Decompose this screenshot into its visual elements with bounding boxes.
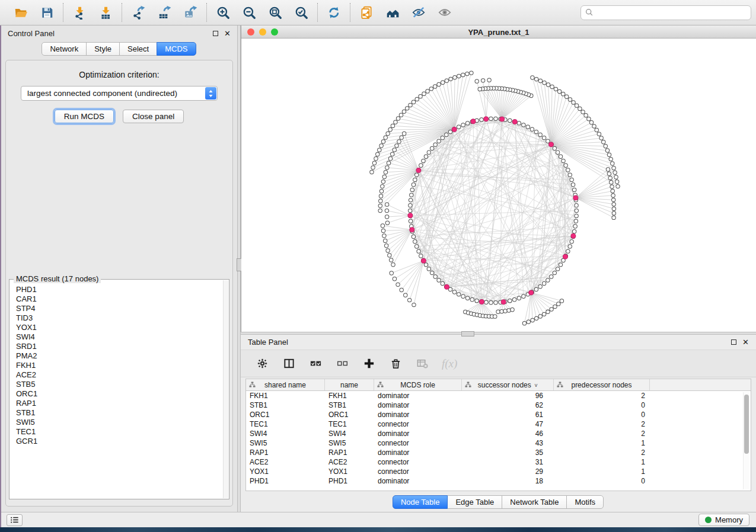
- column-header-shared-name[interactable]: shared name: [246, 379, 325, 390]
- table-scrollbar[interactable]: [743, 392, 749, 489]
- share-document-button[interactable]: [359, 5, 374, 20]
- result-node[interactable]: TID3: [16, 313, 222, 323]
- memory-button[interactable]: Memory: [698, 514, 749, 526]
- tab-edge-table[interactable]: Edge Table: [447, 495, 502, 509]
- zoom-out-button[interactable]: [241, 5, 257, 20]
- save-session-button[interactable]: [39, 5, 55, 20]
- result-node[interactable]: PMA2: [16, 351, 222, 361]
- dropdown-stepper-icon: [205, 87, 216, 100]
- close-panel-button[interactable]: Close panel: [123, 110, 184, 123]
- function-builder-button: f(x): [442, 357, 457, 371]
- table-row[interactable]: PHD1PHD1dominator180: [246, 476, 751, 486]
- home-icon: [385, 5, 400, 20]
- table-row[interactable]: ACE2ACE2connector311: [246, 457, 751, 467]
- tab-motifs[interactable]: Motifs: [566, 495, 604, 509]
- tab-mcds[interactable]: MCDS: [157, 42, 196, 56]
- table-row[interactable]: SWI4SWI4dominator462: [246, 429, 751, 438]
- table-cell: 2: [554, 448, 650, 457]
- import-network-button[interactable]: [72, 5, 87, 20]
- task-history-button[interactable]: [7, 514, 23, 526]
- show-columns-button[interactable]: [282, 357, 296, 371]
- control-panel: Control Panel ✕ NetworkStyleSelectMCDS O…: [1, 25, 237, 512]
- float-panel-icon[interactable]: [213, 31, 218, 36]
- table-cell: 1: [554, 439, 650, 447]
- table-row[interactable]: ORC1ORC1dominator610: [246, 410, 751, 419]
- table-cell: PHD1: [246, 477, 325, 485]
- result-node[interactable]: SWI5: [16, 418, 222, 427]
- horizontal-splitter[interactable]: [241, 332, 756, 335]
- table-row[interactable]: YOX1YOX1connector291: [246, 467, 751, 476]
- deselect-all-rows-button[interactable]: [335, 357, 349, 371]
- zoom-fit-button[interactable]: [267, 5, 283, 20]
- network-canvas[interactable]: [241, 39, 756, 332]
- scrollbar-thumb[interactable]: [744, 395, 749, 454]
- column-header-predecessor-nodes[interactable]: predecessor nodes: [554, 379, 650, 390]
- export-image-button[interactable]: [183, 5, 198, 20]
- table-row[interactable]: RAP1RAP1dominator352: [246, 448, 751, 457]
- result-node[interactable]: FKH1: [16, 361, 222, 370]
- result-node[interactable]: SRD1: [16, 342, 222, 351]
- show-graphics-details-button[interactable]: [437, 5, 452, 20]
- result-node[interactable]: STB5: [16, 380, 222, 389]
- refresh-network-button[interactable]: [326, 5, 342, 20]
- open-file-button[interactable]: [13, 5, 28, 20]
- export-network-icon: [131, 5, 145, 20]
- result-node[interactable]: TEC1: [16, 427, 222, 437]
- export-table-button[interactable]: [157, 5, 172, 20]
- sort-desc-icon: v: [535, 382, 538, 388]
- result-node[interactable]: YOX1: [16, 323, 222, 332]
- table-cell: 46: [462, 430, 554, 438]
- column-header-name[interactable]: name: [325, 379, 374, 390]
- table-tabs: Node TableEdge TableNetwork TableMotifs: [241, 492, 756, 512]
- network-graph[interactable]: [241, 39, 756, 332]
- network-window-titlebar: YPA_prune.txt_1: [241, 25, 756, 39]
- result-node[interactable]: STB1: [16, 408, 222, 418]
- table-settings-icon: [256, 357, 269, 370]
- result-node[interactable]: RAP1: [16, 399, 222, 408]
- add-column-icon: [363, 357, 375, 370]
- tab-network[interactable]: Network: [42, 42, 87, 56]
- table-cell: dominator: [374, 477, 462, 485]
- table-row[interactable]: SWI5SWI5connector431: [246, 438, 751, 448]
- table-cell: ACE2: [325, 458, 374, 466]
- control-panel-tabs: NetworkStyleSelectMCDS: [1, 42, 237, 56]
- export-network-button[interactable]: [130, 5, 146, 20]
- tab-style[interactable]: Style: [86, 42, 120, 56]
- search-box[interactable]: [580, 5, 751, 20]
- zoom-in-button[interactable]: [215, 5, 231, 20]
- hide-graphics-details-button[interactable]: [411, 5, 426, 20]
- splitter-grip[interactable]: [461, 331, 474, 336]
- table-row[interactable]: TEC1TEC1connector472: [246, 419, 751, 429]
- import-table-button[interactable]: [98, 5, 113, 20]
- close-panel-icon[interactable]: ✕: [742, 338, 749, 346]
- tab-node-table[interactable]: Node Table: [393, 495, 448, 509]
- run-mcds-button[interactable]: Run MCDS: [55, 110, 114, 123]
- column-header-successor-nodes[interactable]: successor nodesv: [462, 379, 554, 390]
- result-node[interactable]: ORC1: [16, 389, 222, 399]
- delete-column-button[interactable]: [388, 357, 403, 371]
- close-panel-icon[interactable]: ✕: [224, 30, 231, 37]
- column-header-MCDS-role[interactable]: MCDS role: [374, 379, 462, 390]
- result-node[interactable]: PHD1: [16, 285, 222, 294]
- table-settings-button[interactable]: [255, 357, 269, 371]
- home-button[interactable]: [385, 5, 400, 20]
- result-node[interactable]: ACE2: [16, 370, 222, 380]
- tab-network-table[interactable]: Network Table: [502, 495, 567, 509]
- float-panel-icon[interactable]: [731, 339, 736, 345]
- tab-select[interactable]: Select: [119, 42, 157, 56]
- table-panel-title: Table Panel: [248, 338, 288, 347]
- result-node[interactable]: STP4: [16, 304, 222, 313]
- vertical-splitter[interactable]: [237, 25, 241, 512]
- table-row[interactable]: STB1STB1dominator620: [246, 400, 751, 410]
- zoom-selected-button[interactable]: [294, 5, 309, 20]
- criterion-dropdown[interactable]: largest connected component (undirected): [21, 86, 218, 101]
- table-row[interactable]: FKH1FKH1dominator962: [246, 391, 751, 400]
- result-node[interactable]: CAR1: [16, 294, 222, 304]
- search-input[interactable]: [596, 8, 747, 17]
- result-node[interactable]: GCR1: [16, 437, 222, 446]
- result-node[interactable]: SWI4: [16, 332, 222, 342]
- table-cell: 96: [462, 392, 554, 400]
- result-scrollbar[interactable]: [223, 280, 228, 498]
- add-column-button[interactable]: [362, 357, 376, 371]
- select-all-rows-button[interactable]: [308, 357, 323, 371]
